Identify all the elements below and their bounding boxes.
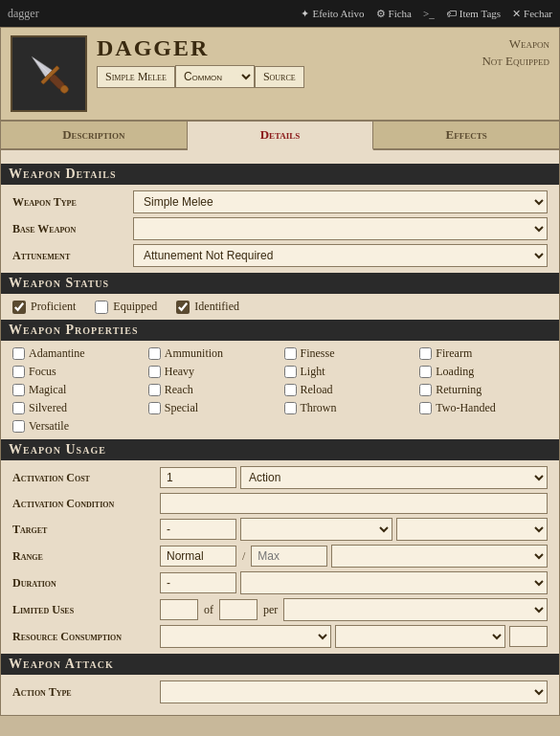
prop-loading-checkbox[interactable] [419,366,432,378]
prop-reload-checkbox[interactable] [284,384,297,396]
prop-versatile-label: Versatile [29,419,69,434]
prop-thrown-label: Thrown [301,401,337,415]
attunement-select[interactable]: Attunement Not Required Attunement Requi… [133,244,548,267]
title-bar: dagger ✦ Efeito Ativo ⚙ Ficha >_ 🏷 Item … [0,0,560,27]
item-equipped-status: Not Equipped [482,53,549,70]
gear-icon: ⚙ [376,8,386,20]
prop-versatile-checkbox[interactable] [12,420,25,433]
activation-cost-label: Activation Cost [12,471,156,485]
prop-returning-checkbox[interactable] [419,384,432,396]
weapon-type-row: Weapon Type Simple Melee Martial Melee S… [12,190,548,213]
activation-cost-input[interactable] [160,467,236,488]
target-area-select[interactable] [396,518,549,541]
target-type-select[interactable] [240,518,392,541]
prop-silvered: Silvered [12,401,141,415]
weapon-type-label: Weapon Type [12,195,127,210]
tab-description[interactable]: Description [1,122,188,148]
resource-consumption-value-input[interactable] [509,626,548,647]
attunement-label: Attunement [12,249,127,263]
tab-bar: Description Details Effects [1,122,559,150]
item-source: Source [255,66,304,88]
content-area: Weapon Details Weapon Type Simple Melee … [1,150,559,715]
prop-heavy-label: Heavy [165,365,194,379]
resource-consumption-type-select[interactable] [160,625,331,648]
prop-firearm-checkbox[interactable] [419,347,432,360]
prop-special-checkbox[interactable] [148,402,161,414]
weapon-type-select[interactable]: Simple Melee Martial Melee Simple Ranged… [133,190,548,213]
limited-uses-per-select[interactable] [283,598,548,621]
prop-adamantine: Adamantine [12,346,141,361]
prop-special: Special [148,401,277,415]
tab-effects[interactable]: Effects [373,122,559,148]
prop-magical-checkbox[interactable] [12,384,25,396]
range-max-input[interactable] [251,546,327,567]
weapon-status-checkboxes: Proficient Equipped Identified [12,300,548,314]
prop-heavy-checkbox[interactable] [148,366,161,378]
activation-cost-row: Activation Cost Action Bonus Action Reac… [12,466,548,489]
identified-checkbox[interactable] [176,301,190,314]
resource-consumption-row: Resource Consumption [12,625,548,648]
close-button[interactable]: ✕ Fechar [512,8,552,20]
prop-adamantine-checkbox[interactable] [12,347,25,360]
duration-unit-select[interactable] [240,571,548,594]
prop-reload: Reload [284,383,413,397]
prop-magical-label: Magical [29,383,66,397]
resource-consumption-target-select[interactable] [335,625,506,648]
prop-two-handed-checkbox[interactable] [419,402,432,414]
wand-icon: ✦ [301,8,309,20]
prop-adamantine-label: Adamantine [29,346,85,361]
target-value-input[interactable] [160,519,236,540]
prop-versatile: Versatile [12,419,141,434]
proficient-label: Proficient [31,300,76,314]
activation-cost-type-select[interactable]: Action Bonus Action Reaction Free [240,466,548,489]
dagger-image-svg [20,45,78,102]
weapon-attack-header: Weapon Attack [1,654,559,675]
prop-ammunition-label: Ammunition [165,346,223,361]
prop-two-handed: Two-Handed [419,401,548,415]
range-unit-select[interactable]: ft m [331,545,548,568]
target-row: Target [12,518,548,541]
prop-focus-checkbox[interactable] [12,366,25,378]
prop-firearm: Firearm [419,346,548,361]
prop-reach-checkbox[interactable] [148,384,161,396]
equipped-checkbox[interactable] [95,301,108,314]
prop-thrown: Thrown [284,401,413,415]
prop-ammunition-checkbox[interactable] [148,347,161,360]
range-normal-input[interactable] [160,546,236,567]
activation-condition-input[interactable] [160,493,548,514]
prop-finesse-checkbox[interactable] [284,347,297,360]
action-type-select[interactable] [160,680,548,703]
limited-uses-max-input[interactable] [219,599,258,620]
prop-finesse: Finesse [284,346,413,361]
prop-reach-label: Reach [165,383,193,397]
action-type-row: Action Type [12,680,548,703]
duration-label: Duration [12,576,156,591]
range-slash: / [240,549,247,564]
prop-silvered-checkbox[interactable] [12,402,25,414]
limited-uses-value-input[interactable] [160,599,198,620]
equipped-checkbox-item: Equipped [95,300,157,314]
terminal-button[interactable]: >_ [423,8,435,20]
prop-loading-label: Loading [436,365,474,379]
weapon-details-header: Weapon Details [1,164,559,185]
prop-light-checkbox[interactable] [284,366,297,378]
prop-two-handed-label: Two-Handed [436,401,495,415]
activation-condition-row: Activation Condition [12,493,548,514]
identified-checkbox-item: Identified [176,300,239,314]
prop-reload-label: Reload [301,383,333,397]
prop-thrown-checkbox[interactable] [284,402,297,414]
duration-value-input[interactable] [160,572,236,593]
prop-loading: Loading [419,365,548,379]
efeito-ativo-button[interactable]: ✦ Efeito Ativo [301,8,364,20]
ficha-button[interactable]: ⚙ Ficha [376,8,412,20]
prop-returning-label: Returning [436,383,482,397]
item-title-area: Dagger Simple Melee Common Uncommon Rare… [97,35,472,88]
base-weapon-select[interactable] [133,217,548,240]
tab-details[interactable]: Details [188,122,374,150]
svg-line-4 [34,58,49,74]
close-icon: ✕ [512,8,521,20]
rarity-select[interactable]: Common Uncommon Rare Very Rare Legendary [175,65,255,88]
proficient-checkbox[interactable] [12,301,26,314]
item-tags-button[interactable]: 🏷 Item Tags [446,8,501,20]
item-type-label: Weapon [482,35,549,53]
